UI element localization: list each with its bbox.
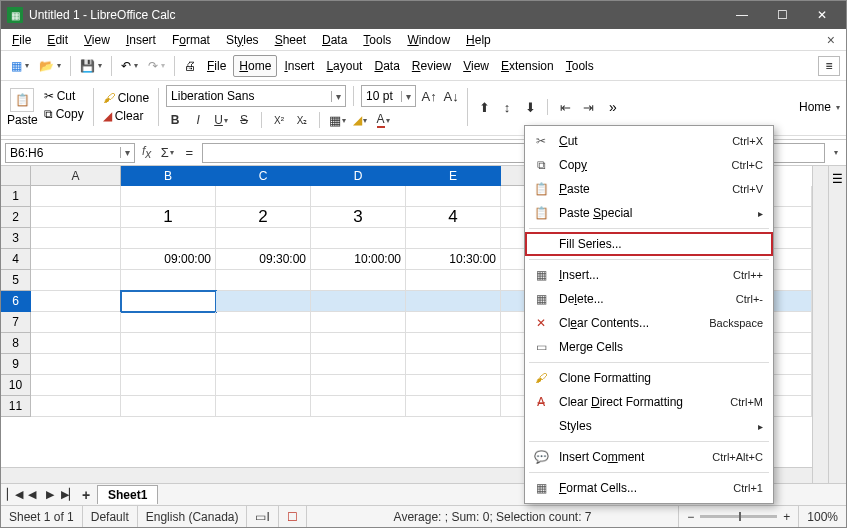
save-button[interactable]: 💾▾ (76, 56, 106, 76)
ctx-format-cells[interactable]: ▦Format Cells...Ctrl+1 (525, 476, 773, 500)
cell-C6[interactable] (216, 291, 311, 312)
menu-tools[interactable]: Tools (358, 31, 396, 49)
cell-B3[interactable] (121, 228, 216, 249)
cell-B4[interactable]: 09:00:00 (121, 249, 216, 270)
bold-button[interactable]: B (166, 111, 184, 129)
col-header-D[interactable]: D (311, 166, 406, 186)
cell-D2[interactable]: 3 (311, 207, 406, 228)
align-top-button[interactable]: ⬆ (475, 98, 493, 116)
menu-help[interactable]: Help (461, 31, 496, 49)
cell-D9[interactable] (311, 354, 406, 375)
clear-format-button[interactable]: ◢Clear (101, 108, 151, 124)
cell-E5[interactable] (406, 270, 501, 291)
sheet-nav-prev[interactable]: ◀ (25, 488, 39, 501)
cell-D7[interactable] (311, 312, 406, 333)
cell-B7[interactable] (121, 312, 216, 333)
ctx-clone-formatting[interactable]: 🖌Clone Formatting (525, 366, 773, 390)
print-button[interactable]: 🖨 (180, 56, 200, 76)
cell-B5[interactable] (121, 270, 216, 291)
select-all-corner[interactable] (1, 166, 31, 186)
subscript-button[interactable]: X₂ (293, 111, 311, 129)
underline-button[interactable]: U▾ (212, 111, 230, 129)
indent-increase-button[interactable]: ⇥ (579, 98, 597, 116)
shrink-font-button[interactable]: A↓ (442, 87, 460, 105)
name-box[interactable]: B6:H6 (5, 143, 135, 163)
menu-sheet[interactable]: Sheet (270, 31, 311, 49)
ctx-insert[interactable]: ▦Insert...Ctrl++ (525, 263, 773, 287)
row-header-7[interactable]: 7 (1, 312, 31, 333)
superscript-button[interactable]: X² (270, 111, 288, 129)
cell-D11[interactable] (311, 396, 406, 417)
italic-button[interactable]: I (189, 111, 207, 129)
col-header-A[interactable]: A (31, 166, 121, 186)
cell-C3[interactable] (216, 228, 311, 249)
cell-E4[interactable]: 10:30:00 (406, 249, 501, 270)
cell-E6[interactable] (406, 291, 501, 312)
function-wizard-button[interactable]: fx (139, 144, 154, 161)
row-header-6[interactable]: 6 (1, 291, 31, 312)
menu-view[interactable]: View (79, 31, 115, 49)
new-doc-button[interactable]: ▦▾ (7, 56, 33, 76)
status-sheet[interactable]: Sheet 1 of 1 (1, 506, 83, 527)
align-middle-button[interactable]: ↕ (498, 98, 516, 116)
ctx-styles[interactable]: Styles▸ (525, 414, 773, 438)
tab-view[interactable]: View (458, 56, 494, 76)
col-header-C[interactable]: C (216, 166, 311, 186)
cell-B11[interactable] (121, 396, 216, 417)
status-language[interactable]: English (Canada) (138, 506, 248, 527)
close-window-button[interactable]: ✕ (802, 1, 842, 29)
cell-E2[interactable]: 4 (406, 207, 501, 228)
cell-B8[interactable] (121, 333, 216, 354)
cell-C5[interactable] (216, 270, 311, 291)
ctx-insert-comment[interactable]: 💬Insert CommentCtrl+Alt+C (525, 445, 773, 469)
ctx-fill-series[interactable]: Fill Series... (525, 232, 773, 256)
tab-layout[interactable]: Layout (321, 56, 367, 76)
sheet-nav-next[interactable]: ▶ (43, 488, 57, 501)
row-header-8[interactable]: 8 (1, 333, 31, 354)
col-header-E[interactable]: E (406, 166, 501, 186)
cell-C4[interactable]: 09:30:00 (216, 249, 311, 270)
tab-file[interactable]: File (202, 56, 231, 76)
cell-E8[interactable] (406, 333, 501, 354)
cell-B2[interactable]: 1 (121, 207, 216, 228)
cell-A10[interactable] (31, 375, 121, 396)
cell-D5[interactable] (311, 270, 406, 291)
copy-button[interactable]: ⧉Copy (42, 106, 86, 122)
clone-format-button[interactable]: 🖌Clone (101, 90, 151, 106)
ctx-cut[interactable]: ✂CutCtrl+X (525, 129, 773, 153)
zoom-slider[interactable]: −+ (679, 506, 799, 527)
cell-D8[interactable] (311, 333, 406, 354)
sheet-nav-last[interactable]: ▶▏ (61, 488, 75, 501)
tab-home[interactable]: Home (233, 55, 277, 77)
cell-B1[interactable] (121, 186, 216, 207)
borders-button[interactable]: ▦▾ (328, 111, 346, 129)
formula-expand-button[interactable]: ▾ (830, 148, 842, 157)
tab-tools[interactable]: Tools (561, 56, 599, 76)
cell-C8[interactable] (216, 333, 311, 354)
cell-E9[interactable] (406, 354, 501, 375)
ctx-copy[interactable]: ⧉CopyCtrl+C (525, 153, 773, 177)
cell-D1[interactable] (311, 186, 406, 207)
cell-A6[interactable] (31, 291, 121, 312)
sum-button[interactable]: Σ▾ (158, 144, 176, 162)
ctx-paste-special[interactable]: 📋Paste Special▸ (525, 201, 773, 225)
cell-D6[interactable] (311, 291, 406, 312)
cell-B10[interactable] (121, 375, 216, 396)
row-header-11[interactable]: 11 (1, 396, 31, 417)
row-header-2[interactable]: 2 (1, 207, 31, 228)
indent-decrease-button[interactable]: ⇤ (556, 98, 574, 116)
cell-A9[interactable] (31, 354, 121, 375)
vertical-scrollbar[interactable] (812, 166, 828, 483)
cell-B9[interactable] (121, 354, 216, 375)
col-header-B[interactable]: B (121, 166, 216, 186)
cell-C7[interactable] (216, 312, 311, 333)
cell-E7[interactable] (406, 312, 501, 333)
fill-color-button[interactable]: ◢▾ (351, 111, 369, 129)
cell-D4[interactable]: 10:00:00 (311, 249, 406, 270)
cell-E1[interactable] (406, 186, 501, 207)
strikethrough-button[interactable]: S (235, 111, 253, 129)
ctx-clear-formatting[interactable]: A̶Clear Direct FormattingCtrl+M (525, 390, 773, 414)
cell-A8[interactable] (31, 333, 121, 354)
cell-A2[interactable] (31, 207, 121, 228)
menu-window[interactable]: Window (402, 31, 455, 49)
